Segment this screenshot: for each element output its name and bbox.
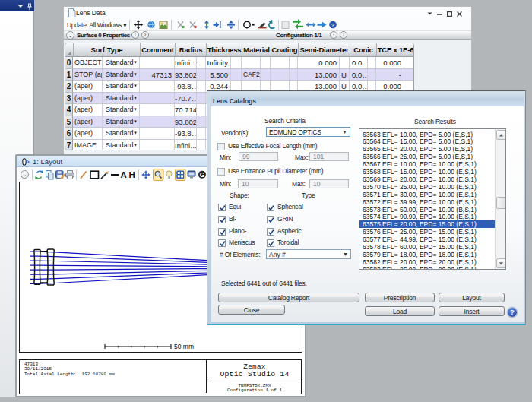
svg-text:G: G (200, 171, 205, 179)
svg-text:?: ? (331, 22, 335, 29)
svg-text:H: H (129, 170, 135, 179)
svg-text:A: A (121, 170, 127, 179)
